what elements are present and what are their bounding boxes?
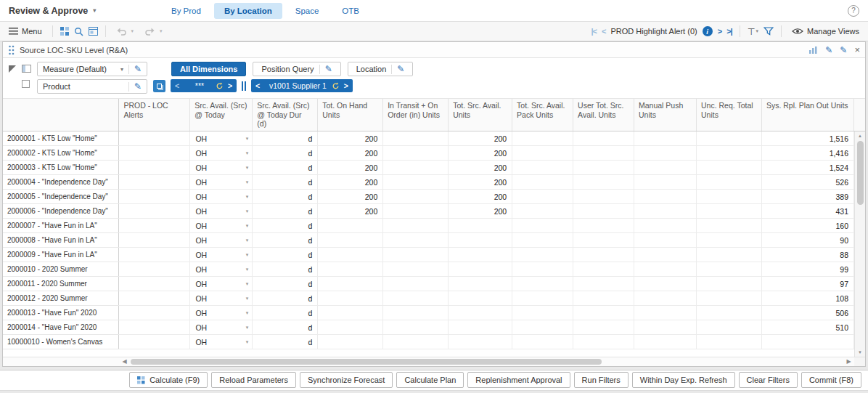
row-header[interactable]: 2000001 - KT5 Low "Home" bbox=[3, 131, 119, 146]
grid-cell[interactable]: 99 bbox=[761, 262, 853, 277]
window-icon[interactable] bbox=[89, 27, 98, 36]
src-avail-dropdown[interactable]: OH▾ bbox=[190, 320, 253, 335]
column-header-sys-rpl-plan-out-units[interactable]: Sys. Rpl. Plan Out Units bbox=[761, 99, 853, 131]
grid-cell[interactable]: 506 bbox=[761, 306, 853, 320]
grid-cell[interactable] bbox=[449, 306, 512, 320]
grid-cell[interactable] bbox=[697, 262, 762, 277]
grid-cell[interactable] bbox=[449, 320, 512, 335]
grid-cell[interactable] bbox=[383, 190, 449, 204]
grid-cell[interactable] bbox=[383, 233, 449, 248]
grid-cell[interactable] bbox=[761, 335, 853, 349]
grid-cell[interactable] bbox=[318, 291, 383, 306]
grid-cell[interactable] bbox=[634, 248, 697, 262]
column-header-tot-on-hand-units[interactable]: Tot. On Hand Units bbox=[318, 99, 383, 131]
grid-cell[interactable] bbox=[119, 291, 190, 306]
grid-cell[interactable] bbox=[573, 146, 634, 161]
grid-cell[interactable] bbox=[383, 146, 449, 161]
multi-page-icon[interactable] bbox=[153, 80, 165, 92]
edit-view-icon[interactable]: ✎ bbox=[825, 46, 832, 54]
grid-cell[interactable] bbox=[119, 131, 190, 146]
grid-cell[interactable]: 200 bbox=[449, 190, 512, 204]
tab-by-location[interactable]: By Location bbox=[214, 3, 282, 19]
next-alert-icon[interactable]: > bbox=[718, 27, 721, 36]
grid-cell[interactable] bbox=[697, 161, 762, 175]
row-header[interactable]: 2000007 - "Have Fun in LA" bbox=[3, 219, 119, 233]
clear-filters-button[interactable]: Clear Filters bbox=[739, 372, 798, 388]
grid-cell[interactable] bbox=[634, 233, 697, 248]
grid-cell[interactable] bbox=[318, 219, 383, 233]
edit-icon[interactable]: ✎ bbox=[397, 65, 404, 73]
grid-cell[interactable] bbox=[573, 131, 634, 146]
src-avail-dropdown[interactable]: OH▾ bbox=[190, 161, 253, 175]
grid-cell[interactable] bbox=[573, 291, 634, 306]
row-header[interactable]: 2000011 - 2020 Summer bbox=[3, 277, 119, 291]
grid-cell[interactable] bbox=[697, 291, 762, 306]
grid-cell[interactable] bbox=[383, 204, 449, 219]
column-header-tot-src-avail-units[interactable]: Tot. Src. Avail. Units bbox=[449, 99, 512, 131]
grid-cell[interactable]: d bbox=[253, 291, 318, 306]
undo-icon[interactable]: ▾ bbox=[113, 26, 137, 37]
grid-cell[interactable]: d bbox=[253, 277, 318, 291]
grid-cell[interactable] bbox=[318, 335, 383, 349]
edit-format-icon[interactable]: ✎ bbox=[840, 46, 847, 54]
calculate-f9-button[interactable]: Calculate (F9) bbox=[129, 372, 208, 388]
grid-cell[interactable] bbox=[512, 277, 573, 291]
collapse-triangle-icon[interactable] bbox=[9, 65, 16, 73]
pager-prev-icon[interactable]: < bbox=[251, 81, 264, 90]
row-header[interactable]: 2000003 - KT5 Low "Home" bbox=[3, 161, 119, 175]
src-avail-dropdown[interactable]: OH▾ bbox=[190, 204, 253, 219]
grid-cell[interactable] bbox=[318, 320, 383, 335]
grid-cell[interactable]: 526 bbox=[761, 175, 853, 190]
grid-cell[interactable] bbox=[512, 335, 573, 349]
within-day-exp-refresh-button[interactable]: Within Day Exp. Refresh bbox=[632, 372, 735, 388]
grid-cell[interactable] bbox=[449, 233, 512, 248]
grid-cell[interactable] bbox=[449, 335, 512, 349]
refresh-icon[interactable] bbox=[216, 82, 224, 90]
grid-cell[interactable] bbox=[697, 277, 762, 291]
grid-cell[interactable] bbox=[573, 161, 634, 175]
checkbox-icon[interactable] bbox=[22, 80, 30, 88]
dimension-chip-location[interactable]: Location✎ bbox=[348, 62, 414, 76]
row-header[interactable]: 2000009 - "Have Fun in LA" bbox=[3, 248, 119, 262]
product-selector[interactable]: Product ✎ bbox=[37, 79, 147, 94]
grid-cell[interactable] bbox=[119, 248, 190, 262]
grid-cell[interactable] bbox=[512, 204, 573, 219]
grid-cell[interactable] bbox=[383, 277, 449, 291]
grid-cell[interactable] bbox=[573, 175, 634, 190]
grid-cell[interactable]: 200 bbox=[449, 146, 512, 161]
column-header-in-transit-on-order-in-units[interactable]: In Transit + On Order (in) Units bbox=[383, 99, 449, 131]
replenishment-approval-button[interactable]: Replenishment Approval bbox=[467, 372, 570, 388]
grid-cell[interactable] bbox=[449, 248, 512, 262]
grid-cell[interactable] bbox=[634, 204, 697, 219]
grid-cell[interactable] bbox=[634, 306, 697, 320]
grid-cell[interactable] bbox=[634, 190, 697, 204]
grid-cell[interactable] bbox=[383, 306, 449, 320]
grid-cell[interactable]: d bbox=[253, 306, 318, 320]
grid-cell[interactable] bbox=[512, 306, 573, 320]
column-header-src-avail-src-today[interactable]: Src. Avail. (Src) @ Today bbox=[190, 99, 253, 131]
grid-cell[interactable] bbox=[634, 320, 697, 335]
src-avail-dropdown[interactable]: OH▾ bbox=[190, 262, 253, 277]
grid-cell[interactable] bbox=[119, 335, 190, 349]
horizontal-scroll-thumb[interactable] bbox=[131, 359, 602, 365]
grid-cell[interactable] bbox=[697, 146, 762, 161]
grid-cell[interactable]: d bbox=[253, 175, 318, 190]
column-header-unc-req-total-units[interactable]: Unc. Req. Total Units bbox=[696, 99, 761, 131]
grid-cell[interactable] bbox=[119, 175, 190, 190]
layout-icon[interactable] bbox=[22, 65, 31, 73]
pager-prev-icon[interactable]: < bbox=[171, 81, 184, 90]
grid-cell[interactable] bbox=[634, 146, 697, 161]
synchronize-forecast-button[interactable]: Synchronize Forecast bbox=[300, 372, 393, 388]
edit-icon[interactable]: ✎ bbox=[325, 65, 332, 73]
edit-icon[interactable]: ✎ bbox=[134, 82, 142, 91]
grid-cell[interactable] bbox=[573, 233, 634, 248]
grid-cell[interactable]: 90 bbox=[761, 233, 853, 248]
last-alert-icon[interactable]: >| bbox=[726, 27, 732, 36]
grid-cell[interactable] bbox=[318, 277, 383, 291]
grid-cell[interactable]: d bbox=[253, 335, 318, 349]
src-avail-dropdown[interactable]: OH▾ bbox=[190, 146, 253, 161]
grid-cell[interactable]: 510 bbox=[761, 320, 853, 335]
dimension-chip-position-query[interactable]: Position Query✎ bbox=[253, 62, 340, 76]
grid-cell[interactable] bbox=[634, 262, 697, 277]
grid-cell[interactable]: 1,416 bbox=[761, 146, 853, 161]
